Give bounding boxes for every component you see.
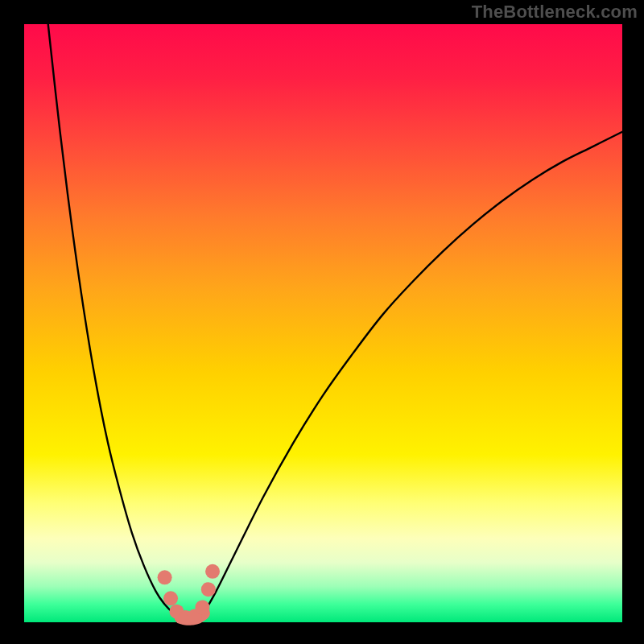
marker-dot [195,600,209,614]
curves-group [48,24,622,619]
marker-dot [163,591,178,605]
watermark-text: TheBottleneck.com [472,2,638,23]
marker-dot [158,570,172,584]
curve-left-curve [48,24,181,617]
plot-area [24,24,622,622]
curve-right-curve [204,132,622,613]
marker-dot [201,582,216,597]
markers-group [158,564,220,625]
chart-svg [24,24,622,622]
marker-dot [205,564,220,579]
chart-frame: TheBottleneck.com [0,0,644,644]
